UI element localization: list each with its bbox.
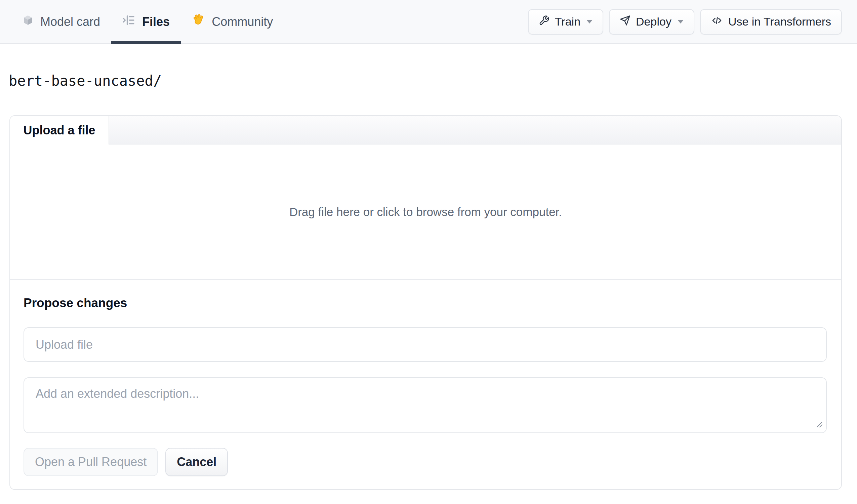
train-button[interactable]: Train — [528, 9, 603, 35]
waving-hand-icon — [192, 14, 205, 30]
cancel-button[interactable]: Cancel — [165, 448, 228, 476]
repo-path-text: bert-base-uncased/ — [9, 72, 162, 89]
upload-card: Upload a file Drag file here or click to… — [10, 115, 842, 490]
repo-nav-bar: Model card Files Community — [0, 0, 857, 44]
chevron-down-icon — [586, 20, 592, 23]
deploy-button[interactable]: Deploy — [609, 9, 694, 35]
description-field-wrapper — [23, 377, 827, 433]
rocket-icon — [620, 15, 631, 29]
file-tree-icon — [122, 14, 135, 29]
tab-community-label: Community — [212, 15, 273, 29]
tab-upload-a-file[interactable]: Upload a file — [10, 116, 109, 145]
propose-changes-section: Propose changes Open a Pull Request Canc… — [10, 280, 841, 476]
tab-community[interactable]: Community — [181, 0, 284, 43]
use-in-transformers-button[interactable]: Use in Transformers — [700, 9, 842, 35]
train-button-label: Train — [555, 15, 581, 28]
dropzone-hint-text: Drag file here or click to browse from y… — [289, 205, 562, 219]
textarea-resize-handle-icon[interactable] — [815, 420, 823, 429]
chevron-down-icon — [677, 20, 684, 23]
repo-action-buttons: Train Deploy Use in Transformers — [528, 0, 842, 43]
tab-files-label: Files — [142, 15, 170, 29]
use-in-transformers-label: Use in Transformers — [728, 15, 831, 28]
file-dropzone[interactable]: Drag file here or click to browse from y… — [10, 145, 841, 280]
tab-model-card[interactable]: Model card — [12, 0, 111, 43]
propose-actions-row: Open a Pull Request Cancel — [23, 448, 827, 476]
breadcrumb: bert-base-uncased/ — [9, 72, 857, 89]
code-icon — [711, 15, 723, 29]
open-pull-request-button[interactable]: Open a Pull Request — [23, 448, 158, 476]
deploy-button-label: Deploy — [636, 15, 671, 28]
active-tab-underline — [111, 41, 181, 44]
cube-icon — [22, 14, 33, 29]
repo-tabs: Model card Files Community — [12, 0, 284, 43]
extended-description-textarea[interactable] — [23, 377, 827, 433]
propose-changes-heading: Propose changes — [23, 296, 827, 310]
tab-model-card-label: Model card — [40, 15, 100, 29]
tabstrip-filler — [109, 116, 841, 145]
wrench-icon — [539, 15, 550, 29]
upload-filename-input[interactable] — [23, 327, 827, 362]
tab-files[interactable]: Files — [111, 0, 181, 43]
tab-upload-a-file-label: Upload a file — [23, 123, 95, 137]
upload-card-tabstrip: Upload a file — [10, 116, 841, 145]
